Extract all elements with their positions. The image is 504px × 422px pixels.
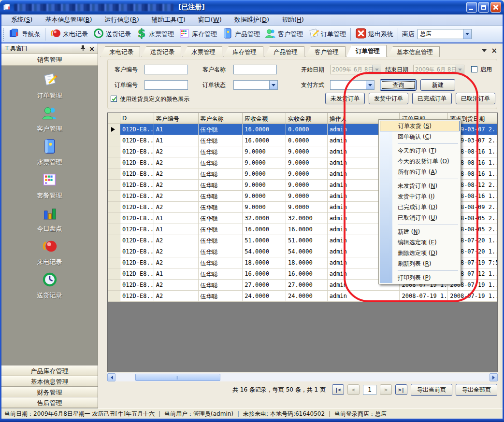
grid-cell[interactable]: 2008-07-19 1...: [448, 291, 497, 302]
customer-no-input[interactable]: [144, 65, 188, 74]
grid-cell[interactable]: A1: [154, 124, 199, 135]
filter-completed-button[interactable]: 已完成订单: [412, 93, 452, 104]
context-menu-item-confirm-receipt[interactable]: 回单确认 (C): [380, 131, 460, 142]
grid-cell[interactable]: 伍华聪: [199, 246, 243, 257]
row-selector[interactable]: [108, 169, 120, 180]
close-button[interactable]: [490, 2, 501, 13]
chevron-down-icon[interactable]: [366, 81, 374, 89]
grid-cell[interactable]: A1: [154, 213, 199, 224]
grid-cell[interactable]: 伍华聪: [199, 146, 243, 157]
grid-cell[interactable]: A2: [154, 280, 199, 291]
grid-cell[interactable]: 012D-E8...: [120, 224, 154, 235]
grid-cell[interactable]: 24.0000: [243, 291, 286, 302]
prev-page-button[interactable]: <: [347, 384, 360, 395]
tab-customer[interactable]: 客户管理: [305, 46, 346, 57]
grid-cell[interactable]: 16.0000: [286, 224, 328, 235]
menu-item-basic-info[interactable]: 基本信息管理(B): [39, 15, 98, 24]
filter-shipping-button[interactable]: 发货中订单: [369, 93, 408, 104]
end-date-picker[interactable]: 2009年 6月 8日: [413, 65, 464, 74]
menu-item-data-maintain[interactable]: 数据维护(D): [228, 15, 275, 24]
grid-cell[interactable]: 9.0000: [243, 191, 286, 202]
row-selector[interactable]: [108, 135, 120, 146]
grid-cell[interactable]: 012D-E8...: [120, 135, 154, 146]
grid-cell[interactable]: 27.0000: [243, 280, 286, 291]
query-button[interactable]: 查询: [380, 79, 417, 91]
grid-cell[interactable]: 24.0000: [286, 291, 328, 302]
sidebar-section-after-sales[interactable]: 售后管理: [1, 397, 98, 408]
tool-window-close-icon[interactable]: ×: [89, 45, 95, 52]
row-selector[interactable]: [108, 257, 120, 268]
grid-cell[interactable]: 012D-E8...: [120, 157, 154, 169]
table-row[interactable]: 012D-E8...A2伍华聪24.000024.0000admin2008-0…: [108, 291, 497, 302]
grid-cell[interactable]: 012D-E8...: [120, 246, 154, 257]
context-menu-item-refresh-list[interactable]: 刷新列表 (R): [380, 258, 460, 269]
grid-cell[interactable]: admin: [328, 291, 400, 302]
grid-cell[interactable]: 27.0000: [286, 280, 328, 291]
menu-item-runtime-info[interactable]: 运行信息(R): [99, 15, 145, 24]
sidebar-item-customer[interactable]: 客户管理: [1, 105, 98, 133]
row-selector[interactable]: [108, 180, 120, 191]
enable-date-checkbox[interactable]: [471, 66, 477, 72]
scroll-right-arrow[interactable]: [490, 373, 498, 381]
grid-cell[interactable]: 9.0000: [286, 157, 328, 169]
color-display-checkbox[interactable]: [111, 96, 117, 102]
grid-cell[interactable]: 伍华聪: [199, 135, 243, 146]
order-status-select[interactable]: [233, 80, 278, 90]
sidebar-section-finance[interactable]: 财务管理: [1, 387, 98, 397]
grid-cell[interactable]: A2: [154, 180, 199, 191]
start-date-picker[interactable]: 2009年 6月 8日: [330, 65, 381, 74]
sidebar-item-water-ticket[interactable]: 水票管理: [1, 138, 98, 167]
page-number-input[interactable]: [363, 385, 376, 395]
tab-list-dropdown-icon[interactable]: [482, 49, 487, 55]
scroll-left-arrow[interactable]: [107, 373, 115, 381]
grid-cell[interactable]: 16.0000: [243, 224, 286, 235]
maximize-button[interactable]: [478, 2, 489, 13]
filter-unshipped-button[interactable]: 未发货订单: [325, 93, 365, 104]
grid-cell[interactable]: 伍华聪: [199, 291, 243, 302]
toolbar-button-customer[interactable]: 客户管理: [262, 27, 305, 42]
tab-basic-info[interactable]: 基本信息管理: [388, 46, 440, 57]
grid-cell[interactable]: 9.0000: [286, 169, 328, 180]
context-menu-item-unshipped-orders[interactable]: 未发货订单 (N): [380, 181, 460, 191]
context-menu-item-today-orders[interactable]: 今天的订单 (T): [380, 145, 460, 156]
context-menu-item-new[interactable]: 新建 (N): [380, 226, 460, 237]
sidebar-item-delivery-records[interactable]: 送货记录: [1, 271, 98, 300]
sidebar-item-today-check[interactable]: 今日盘点: [1, 205, 98, 233]
filter-cancelled-button[interactable]: 已取消订单: [456, 93, 495, 104]
grid-cell[interactable]: 18.0000: [243, 257, 286, 268]
grid-cell[interactable]: 16.0000: [243, 135, 286, 146]
grid-cell[interactable]: 012D-E8...: [120, 180, 154, 191]
sidebar-item-call-records[interactable]: 来电记录: [1, 238, 98, 267]
customer-name-input[interactable]: [233, 65, 277, 74]
grid-cell[interactable]: A1: [154, 224, 199, 235]
grid-cell[interactable]: 伍华聪: [199, 280, 243, 291]
pin-icon[interactable]: [80, 45, 86, 53]
context-menu-item-completed-orders[interactable]: 已完成订单 (D): [380, 202, 460, 212]
grid-cell[interactable]: A1: [154, 135, 199, 146]
toolbar-button-call-records[interactable]: 来电记录: [47, 27, 90, 42]
grid-cell[interactable]: A2: [154, 257, 199, 268]
grid-cell[interactable]: 0.0000: [286, 124, 328, 135]
column-header[interactable]: D: [120, 113, 154, 124]
sidebar-section-product-inventory[interactable]: 产品库存管理: [1, 366, 98, 376]
grid-cell[interactable]: 012D-E8...: [120, 146, 154, 157]
grid-cell[interactable]: A2: [154, 157, 199, 169]
toolbar-button-inventory[interactable]: 库存管理: [176, 27, 219, 42]
grid-cell[interactable]: 012D-E8...: [120, 213, 154, 224]
column-header[interactable]: 应收金额: [243, 113, 286, 124]
chevron-down-icon[interactable]: [269, 81, 277, 89]
toolbar-button-product[interactable]: 产品管理: [219, 27, 262, 42]
scrollbar-thumb[interactable]: [135, 374, 220, 381]
grid-cell[interactable]: 012D-E8...: [120, 280, 154, 291]
grid-cell[interactable]: 9.0000: [243, 202, 286, 213]
chevron-down-icon[interactable]: [463, 29, 471, 39]
grid-cell[interactable]: A2: [154, 235, 199, 246]
toolbar-button-water-ticket[interactable]: $水票管理: [133, 27, 176, 42]
grid-cell[interactable]: 2008-07-19 1...: [400, 291, 448, 302]
grid-cell[interactable]: 32.0000: [286, 213, 328, 224]
tab-order[interactable]: 订单管理: [346, 45, 387, 57]
grid-cell[interactable]: 伍华聪: [199, 202, 243, 213]
grid-cell[interactable]: 9.0000: [286, 180, 328, 191]
menu-item-window[interactable]: 窗口(W): [192, 15, 228, 24]
last-page-button[interactable]: >|: [395, 384, 407, 395]
